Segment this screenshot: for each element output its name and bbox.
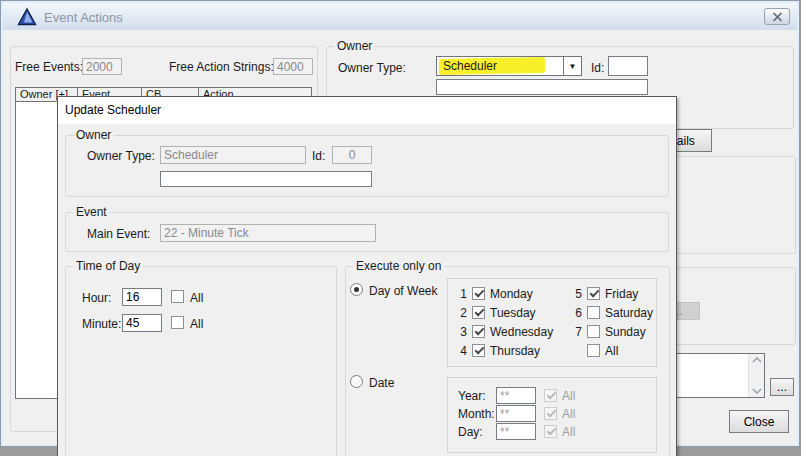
month-field[interactable]: ** [496, 405, 536, 422]
date-radio[interactable] [350, 375, 363, 388]
date-box: Year: ** All Month: ** All Day: ** All [447, 377, 657, 453]
wednesday-checkbox[interactable] [472, 325, 485, 338]
execute-only-on-label: Execute only on [353, 259, 444, 273]
day-row: All [572, 344, 653, 357]
hour-all-label: All [190, 291, 203, 305]
dialog-owner-secondary-field[interactable] [160, 171, 372, 187]
dropdown-arrow-icon: ▼ [569, 62, 577, 71]
owner-type-label: Owner Type: [338, 61, 406, 75]
browse-button[interactable]: ... [770, 378, 794, 396]
dialog-owner-group-label: Owner [73, 128, 114, 142]
free-action-strings-field: 4000 [273, 58, 313, 75]
month-row: Month: ** All [458, 405, 575, 422]
day-row: 5 Friday [572, 287, 653, 300]
day-column-left: 1 Monday 2 Tuesday 3 Wednesday 4 [457, 287, 553, 357]
day-row: 6 Saturday [572, 306, 653, 319]
minute-label: Minute: [82, 317, 121, 331]
thursday-checkbox[interactable] [472, 344, 485, 357]
dialog-id-label: Id: [312, 149, 325, 163]
day-row-date: Day: ** All [458, 423, 575, 440]
day-field[interactable]: ** [496, 423, 536, 440]
main-event-field: 22 - Minute Tick [160, 224, 376, 242]
scroll-up-icon[interactable] [752, 357, 762, 363]
day-of-week-label: Day of Week [369, 284, 437, 298]
id-label: Id: [591, 61, 604, 75]
owner-secondary-field[interactable] [436, 79, 648, 95]
free-action-strings-label: Free Action Strings: [169, 60, 274, 74]
friday-checkbox[interactable] [587, 287, 600, 300]
dialog-event-group-label: Event [73, 205, 110, 219]
desktop: Event Actions Free Events: 2000 Free Act… [0, 0, 801, 456]
minute-field[interactable]: 45 [122, 314, 162, 332]
hour-label: Hour: [82, 291, 111, 305]
close-icon [772, 12, 783, 22]
dialog-title: Update Scheduler [65, 103, 161, 117]
date-label: Date [369, 376, 394, 390]
saturday-checkbox[interactable] [587, 306, 600, 319]
dialog-owner-group: Owner [65, 135, 669, 197]
owner-type-value: Scheduler [443, 59, 497, 73]
free-events-field: 2000 [82, 58, 122, 75]
time-of-day-group-label: Time of Day [73, 259, 143, 273]
all-days-checkbox[interactable] [587, 344, 600, 357]
monday-checkbox[interactable] [472, 287, 485, 300]
update-scheduler-dialog: Update Scheduler Owner Owner Type: Sched… [57, 96, 677, 456]
tuesday-checkbox[interactable] [472, 306, 485, 319]
hour-all-checkbox[interactable] [171, 290, 184, 303]
day-row: 1 Monday [457, 287, 553, 300]
minute-all-checkbox[interactable] [171, 316, 184, 329]
titlebar[interactable]: Event Actions [3, 3, 797, 30]
dialog-id-field: 0 [332, 146, 372, 164]
hour-field[interactable]: 16 [122, 288, 162, 306]
window-close-button[interactable] [764, 8, 790, 25]
year-row: Year: ** All [458, 387, 575, 404]
free-events-label: Free Events: [15, 60, 83, 74]
combo-dropdown-button[interactable]: ▼ [563, 57, 581, 75]
minute-all-label: All [190, 317, 203, 331]
day-row: 7 Sunday [572, 325, 653, 338]
year-all-checkbox [544, 389, 557, 402]
main-event-label: Main Event: [87, 227, 150, 241]
day-of-week-box: 1 Monday 2 Tuesday 3 Wednesday 4 [447, 278, 657, 367]
year-field[interactable]: ** [496, 387, 536, 404]
scroll-down-icon[interactable] [752, 388, 762, 394]
dialog-owner-type-label: Owner Type: [87, 149, 155, 163]
month-all-checkbox [544, 407, 557, 420]
day-of-week-radio[interactable] [350, 283, 363, 296]
owner-group-label: Owner [334, 39, 375, 53]
app-triangle-icon [17, 7, 37, 30]
day-row: 2 Tuesday [457, 306, 553, 319]
sunday-checkbox[interactable] [587, 325, 600, 338]
dialog-owner-type-field: Scheduler [160, 146, 306, 164]
close-button[interactable]: Close [729, 410, 789, 433]
scrollbar[interactable] [748, 354, 764, 397]
window-title: Event Actions [44, 10, 123, 25]
id-field[interactable] [608, 56, 648, 76]
day-all-checkbox [544, 425, 557, 438]
day-row: 4 Thursday [457, 344, 553, 357]
day-row: 3 Wednesday [457, 325, 553, 338]
day-column-right: 5 Friday 6 Saturday 7 Sunday Al [572, 287, 653, 357]
owner-type-combo[interactable]: Scheduler ▼ [436, 56, 582, 76]
dialog-titlebar[interactable]: Update Scheduler [58, 97, 676, 124]
